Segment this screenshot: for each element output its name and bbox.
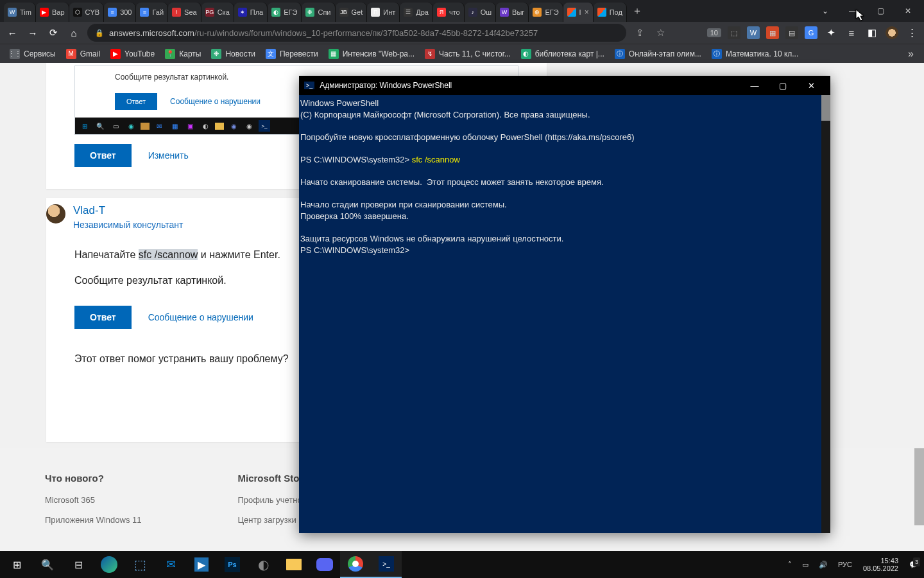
- tab-close-icon[interactable]: ×: [585, 8, 589, 17]
- powershell-button[interactable]: >_: [371, 551, 402, 578]
- lock-icon: 🔒: [95, 29, 104, 37]
- bookmark-item[interactable]: ↯Часть 11, С чистог...: [420, 46, 515, 62]
- volume-icon[interactable]: 🔊: [814, 560, 832, 569]
- mail-button[interactable]: ✉: [155, 551, 186, 578]
- browser-tab[interactable]: !Sea: [168, 3, 201, 22]
- battery-icon[interactable]: ▭: [798, 560, 813, 569]
- photoshop-button[interactable]: Ps: [217, 551, 248, 578]
- reload-button[interactable]: ⟳: [46, 27, 60, 39]
- start-button[interactable]: ⊞: [1, 551, 32, 578]
- browser-tab[interactable]: ✶Пла: [234, 3, 268, 22]
- bookmark-item[interactable]: ⓘМатематика. 10 кл...: [707, 46, 803, 62]
- ext-icon[interactable]: ▤: [785, 26, 798, 39]
- movies-button[interactable]: ▶: [186, 551, 217, 578]
- reply-button[interactable]: Ответ: [74, 306, 132, 329]
- report-link[interactable]: Сообщение о нарушении: [148, 312, 253, 322]
- bookmark-item[interactable]: 📍Карты: [160, 46, 205, 62]
- maximize-button[interactable]: ▢: [868, 3, 893, 19]
- browser-tab[interactable]: ▶Вар: [36, 3, 69, 22]
- address-bar[interactable]: 🔒 answers.microsoft.com/ru-ru/windows/fo…: [87, 24, 626, 42]
- helpful-question: Этот ответ помог устранить вашу проблему…: [74, 353, 289, 365]
- browser-tab-strip: WTim▶Вар⬡CYB≡300≡Гай!SeaPGСка✶Пла◐ЕГЭ❉Сп…: [0, 0, 924, 22]
- author-name[interactable]: Vlad-T: [73, 204, 183, 217]
- folder-icon: [215, 123, 224, 130]
- reply-button[interactable]: Ответ: [115, 93, 157, 110]
- powershell-titlebar[interactable]: >_ Администратор: Windows PowerShell — ▢…: [299, 76, 830, 95]
- chrome-caret-icon[interactable]: ⌄: [813, 3, 837, 19]
- browser-tab[interactable]: ☰Дра: [400, 3, 433, 22]
- page-scrollbar[interactable]: [914, 448, 924, 525]
- bookmark-item[interactable]: ⋮⋮Сервисы: [5, 46, 60, 62]
- steam-button[interactable]: ◐: [248, 551, 278, 578]
- chrome-button[interactable]: [340, 551, 371, 578]
- bookmarks-overflow-icon[interactable]: »: [903, 46, 919, 62]
- bookmark-item[interactable]: MGmail: [62, 46, 105, 62]
- bookmark-item[interactable]: ▶YouTube: [106, 46, 159, 62]
- browser-tab[interactable]: I×: [563, 3, 594, 22]
- edge-button[interactable]: [94, 551, 124, 578]
- bookmark-item[interactable]: ▦Интенсив "Web-ра...: [324, 46, 419, 62]
- ext-vk-icon[interactable]: W: [747, 26, 760, 39]
- ext-icon[interactable]: ⬚: [728, 26, 740, 39]
- chrome-menu-icon[interactable]: ⋮: [905, 27, 919, 39]
- browser-tab[interactable]: Под: [594, 3, 627, 22]
- profile-avatar[interactable]: [886, 26, 898, 39]
- browser-tab[interactable]: PGСка: [201, 3, 234, 22]
- footer-link[interactable]: Microsoft 365: [45, 495, 141, 505]
- search-button[interactable]: 🔍: [32, 551, 63, 578]
- new-tab-button[interactable]: ＋: [627, 4, 647, 18]
- browser-tab[interactable]: ⊛ЕГЭ: [529, 3, 563, 22]
- reply-button[interactable]: Ответ: [74, 144, 132, 167]
- post-body: Сообщите результат картинкой.: [74, 275, 227, 286]
- bookmark-item[interactable]: ⓘОнлайн-этап олим...: [610, 46, 706, 62]
- maximize-button[interactable]: ▢: [769, 81, 797, 91]
- browser-tab[interactable]: ⬡CYB: [69, 3, 105, 22]
- minimize-button[interactable]: —: [740, 81, 769, 91]
- store-button[interactable]: ⬚: [124, 551, 155, 578]
- tab-count-badge[interactable]: 10: [707, 28, 721, 37]
- back-button[interactable]: ←: [5, 28, 19, 39]
- start-icon: ⊞: [79, 120, 90, 132]
- ext-icon[interactable]: ▦: [766, 26, 779, 39]
- browser-tab[interactable]: ≡Гай: [136, 3, 168, 22]
- close-button[interactable]: ✕: [797, 81, 825, 91]
- clock[interactable]: 15:43 08.05.2022: [858, 557, 903, 572]
- edit-link[interactable]: Изменить: [148, 150, 189, 161]
- browser-tab[interactable]: JBGet: [336, 3, 368, 22]
- bookmark-item[interactable]: ◐библиотека карт |...: [517, 46, 609, 62]
- bookmark-item[interactable]: 文Перевести: [261, 46, 323, 62]
- ext-translate-icon[interactable]: G: [805, 26, 817, 39]
- footer-link[interactable]: Приложения Windows 11: [45, 515, 141, 525]
- explorer-button[interactable]: [278, 551, 309, 578]
- notifications-button[interactable]: 💬: [905, 560, 923, 569]
- bookmark-star-icon[interactable]: ☆: [653, 27, 667, 39]
- browser-tab[interactable]: WВыг: [496, 3, 529, 22]
- home-button[interactable]: ⌂: [67, 28, 81, 39]
- forward-button[interactable]: →: [26, 28, 40, 39]
- command-text: sfc /scannow: [139, 249, 198, 260]
- share-icon[interactable]: ⇪: [633, 27, 647, 39]
- browser-tab[interactable]: Ячто: [433, 3, 465, 22]
- report-link[interactable]: Сообщение о нарушении: [170, 97, 261, 106]
- browser-tab[interactable]: ♪Ош: [465, 3, 496, 22]
- browser-tab[interactable]: ≡300: [104, 3, 136, 22]
- tray-chevron-icon[interactable]: ˄: [783, 560, 796, 569]
- browser-tab[interactable]: ❉Спи: [302, 3, 335, 22]
- browser-tab[interactable]: ◐ЕГЭ: [268, 3, 302, 22]
- url-text: answers.microsoft.com/ru-ru/windows/foru…: [109, 28, 538, 38]
- reading-list-icon[interactable]: ≡: [844, 28, 859, 39]
- footer-heading: Что нового?: [45, 473, 141, 484]
- powershell-output[interactable]: Windows PowerShell (C) Корпорация Майкро…: [299, 95, 830, 259]
- bookmark-item[interactable]: ❉Новости: [207, 46, 259, 62]
- taskview-button[interactable]: ⊟: [63, 551, 94, 578]
- language-indicator[interactable]: РУС: [834, 560, 857, 569]
- discord-button[interactable]: [309, 551, 340, 578]
- minimize-button[interactable]: —: [840, 3, 866, 19]
- browser-tab[interactable]: WTim: [4, 3, 36, 22]
- powershell-scrollbar[interactable]: [821, 95, 830, 533]
- side-panel-icon[interactable]: ◧: [865, 27, 879, 39]
- browser-tab[interactable]: ПИнт: [367, 3, 400, 22]
- close-button[interactable]: ✕: [896, 3, 920, 19]
- extensions-icon[interactable]: ✦: [824, 27, 838, 39]
- window-controls: ⌄ — ▢ ✕: [813, 3, 920, 19]
